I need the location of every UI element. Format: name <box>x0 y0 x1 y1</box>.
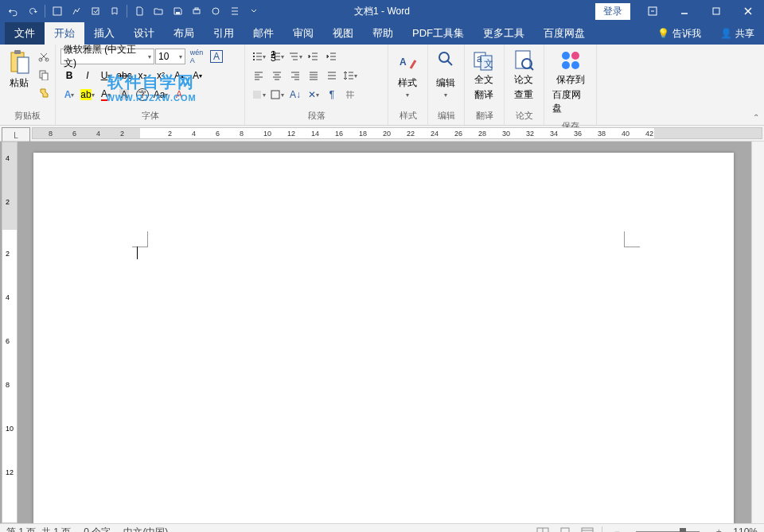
tab-references[interactable]: 引用 <box>204 21 244 45</box>
asian-layout-button[interactable]: ✕▾ <box>305 86 322 103</box>
sort-button[interactable]: A↓ <box>286 86 304 103</box>
text-effects-button[interactable]: A▾ <box>60 86 78 103</box>
font-name-combo[interactable]: 微软雅黑 (中文正文)▾ <box>60 49 154 64</box>
paste-icon <box>8 49 30 75</box>
collapse-ribbon-button[interactable]: ⌃ <box>753 113 759 122</box>
decrease-indent-button[interactable] <box>305 48 322 65</box>
lightbulb-icon: 💡 <box>657 28 669 39</box>
bold-button[interactable]: B <box>60 67 78 84</box>
underline-button[interactable]: U▾ <box>97 67 115 84</box>
page-status[interactable]: 第 1 页, 共 1 页 <box>6 526 71 533</box>
tab-design[interactable]: 设计 <box>124 21 164 45</box>
char-border-button[interactable]: A <box>208 48 225 65</box>
thesis-check-button[interactable]: 论文 查重 <box>508 46 540 105</box>
tab-review[interactable]: 审阅 <box>283 21 323 45</box>
qat-btn-6[interactable] <box>106 2 123 20</box>
print-layout-button[interactable] <box>557 526 573 532</box>
tab-layout[interactable]: 布局 <box>164 21 204 45</box>
baidu-save-button[interactable]: 保存到 百度网盘 <box>548 46 593 118</box>
zoom-level[interactable]: 110% <box>733 526 758 532</box>
line-spacing-button[interactable]: ▾ <box>341 67 359 84</box>
translate-button[interactable]: a文 全文 翻译 <box>468 46 500 105</box>
font-size-combo[interactable]: 10▾ <box>155 49 185 64</box>
tab-file[interactable]: 文件 <box>5 21 45 45</box>
tab-pdf[interactable]: PDF工具集 <box>403 21 474 45</box>
svg-rect-10 <box>18 57 29 73</box>
numbering-button[interactable]: 123▾ <box>268 48 286 65</box>
web-layout-button[interactable] <box>579 526 595 532</box>
paste-button[interactable]: 粘贴 <box>3 46 35 93</box>
scroll-area[interactable] <box>18 142 751 523</box>
qat-btn-11[interactable] <box>207 2 224 20</box>
shading-button[interactable]: ▾ <box>250 86 267 103</box>
login-button[interactable]: 登录 <box>595 3 630 20</box>
print-button[interactable] <box>188 2 205 20</box>
page[interactable] <box>33 153 734 523</box>
italic-button[interactable]: I <box>79 67 96 84</box>
horizontal-ruler[interactable]: 8642246810121416182022242628303234363840… <box>32 127 762 139</box>
highlight-button[interactable]: ab▾ <box>79 86 96 103</box>
read-mode-button[interactable] <box>535 526 551 532</box>
vertical-ruler[interactable]: 4224681012 <box>2 142 18 523</box>
close-button[interactable] <box>732 0 764 22</box>
svg-point-31 <box>562 52 570 60</box>
borders-button[interactable]: ▾ <box>268 86 286 103</box>
font-color-button[interactable]: A▾ <box>97 86 115 103</box>
svg-point-16 <box>253 56 255 57</box>
tab-insert[interactable]: 插入 <box>84 21 124 45</box>
char-shading-button[interactable]: A <box>115 86 133 103</box>
align-justify-button[interactable] <box>305 67 322 84</box>
change-case-button[interactable]: Aa▾ <box>152 86 170 103</box>
align-center-button[interactable] <box>268 67 286 84</box>
tab-view[interactable]: 视图 <box>323 21 363 45</box>
paste-label: 粘贴 <box>10 76 29 90</box>
multilevel-list-button[interactable]: ▾ <box>286 48 304 65</box>
undo-button[interactable] <box>5 2 22 20</box>
vertical-scrollbar[interactable] <box>751 142 764 523</box>
align-left-button[interactable] <box>250 67 267 84</box>
zoom-in-button[interactable]: + <box>711 526 727 532</box>
subscript-button[interactable]: x₂ <box>134 67 151 84</box>
superscript-button[interactable]: x² <box>152 67 170 84</box>
minimize-button[interactable] <box>668 0 700 22</box>
tab-selector[interactable]: L <box>2 127 30 143</box>
copy-button[interactable] <box>35 66 53 83</box>
align-distribute-button[interactable] <box>323 67 341 84</box>
enclose-char-button[interactable]: 字 <box>134 86 151 103</box>
zoom-out-button[interactable]: − <box>609 526 625 532</box>
strikethrough-button[interactable]: abc <box>115 67 133 84</box>
editing-button[interactable]: 编辑 ▾ <box>431 46 460 102</box>
maximize-button[interactable] <box>700 0 732 22</box>
tab-more[interactable]: 更多工具 <box>474 21 534 45</box>
phonetic-guide-button[interactable]: wénA <box>186 48 207 65</box>
new-doc-button[interactable] <box>131 2 148 20</box>
cut-button[interactable] <box>35 48 53 65</box>
redo-button[interactable] <box>24 2 41 20</box>
shrink-font-button[interactable]: A▾ <box>189 67 206 84</box>
show-marks-button[interactable]: ¶ <box>323 86 341 103</box>
align-right-button[interactable] <box>286 67 304 84</box>
format-painter-button[interactable] <box>35 84 53 102</box>
tell-me-button[interactable]: 💡告诉我 <box>648 22 711 45</box>
increase-indent-button[interactable] <box>323 48 341 65</box>
share-button[interactable]: 👤共享 <box>711 22 764 45</box>
styles-button[interactable]: A 样式 ▾ <box>392 46 423 102</box>
qat-btn-5[interactable] <box>87 2 104 20</box>
bullets-button[interactable]: ▾ <box>250 48 267 65</box>
ribbon-display-button[interactable] <box>637 0 668 22</box>
grow-font-button[interactable]: A▴ <box>170 67 188 84</box>
open-button[interactable] <box>150 2 167 20</box>
qat-btn-4[interactable] <box>68 2 85 20</box>
qat-customize-button[interactable] <box>245 2 263 20</box>
clear-format-button[interactable]: A <box>170 86 188 103</box>
tab-mailings[interactable]: 邮件 <box>244 21 283 45</box>
language-status[interactable]: 中文(中国) <box>123 526 168 533</box>
qat-btn-3[interactable] <box>49 2 66 20</box>
tab-help[interactable]: 帮助 <box>363 21 403 45</box>
qat-btn-12[interactable] <box>226 2 244 20</box>
save-button[interactable] <box>169 2 186 20</box>
word-count[interactable]: 0 个字 <box>84 526 111 533</box>
snap-to-grid-button[interactable] <box>341 86 359 103</box>
tab-baidu[interactable]: 百度网盘 <box>534 21 594 45</box>
tab-home[interactable]: 开始 <box>45 21 84 45</box>
